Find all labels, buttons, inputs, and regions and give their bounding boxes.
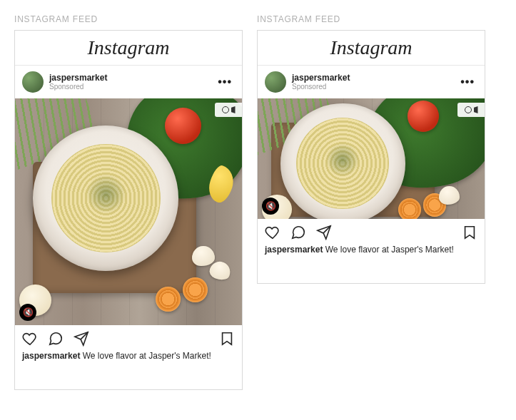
instagram-card: Instagram jaspersmarket Sponsored •••	[257, 30, 485, 284]
action-bar	[258, 219, 485, 243]
section-label: INSTAGRAM FEED	[257, 14, 485, 24]
avatar[interactable]	[22, 71, 44, 93]
caption-text: We love flavor at Jasper's Market!	[325, 245, 454, 255]
caption-text: We love flavor at Jasper's Market!	[83, 351, 211, 361]
save-icon[interactable]	[462, 225, 477, 240]
comment-icon[interactable]	[48, 331, 64, 347]
like-icon[interactable]	[265, 225, 280, 240]
instagram-card: Instagram jaspersmarket Sponsored •••	[14, 30, 243, 390]
mute-icon[interactable]: 🔇	[262, 198, 279, 215]
section-label: INSTAGRAM FEED	[14, 14, 243, 24]
caption: jaspersmarket We love flavor at Jasper's…	[15, 349, 242, 389]
more-options-icon[interactable]: •••	[457, 76, 477, 88]
sponsored-label: Sponsored	[292, 83, 452, 91]
comment-icon[interactable]	[290, 225, 306, 240]
mute-icon[interactable]: 🔇	[19, 304, 36, 321]
profile-row: jaspersmarket Sponsored •••	[15, 66, 242, 98]
like-icon[interactable]	[22, 331, 38, 347]
more-options-icon[interactable]: •••	[215, 76, 235, 88]
username[interactable]: jaspersmarket	[49, 73, 209, 83]
feed-preview-square: INSTAGRAM FEED Instagram jaspersmarket S…	[14, 14, 243, 390]
username[interactable]: jaspersmarket	[292, 73, 452, 83]
feed-preview-wide: INSTAGRAM FEED Instagram jaspersmarket S…	[257, 14, 485, 284]
instagram-header: Instagram	[15, 31, 242, 66]
sponsored-label: Sponsored	[49, 83, 209, 91]
save-icon[interactable]	[219, 331, 235, 347]
caption-username[interactable]: jaspersmarket	[265, 245, 323, 255]
share-icon[interactable]	[316, 225, 332, 240]
instagram-logo: Instagram	[330, 36, 412, 58]
instagram-header: Instagram	[258, 31, 485, 66]
video-indicator-icon	[457, 103, 485, 117]
action-bar	[15, 325, 242, 349]
post-media[interactable]: 🔇	[15, 98, 242, 325]
caption: jaspersmarket We love flavor at Jasper's…	[258, 243, 485, 283]
instagram-logo: Instagram	[87, 36, 169, 58]
avatar[interactable]	[265, 71, 286, 93]
share-icon[interactable]	[74, 331, 89, 347]
caption-username[interactable]: jaspersmarket	[22, 351, 80, 361]
post-media[interactable]: 🔇	[258, 98, 485, 219]
video-indicator-icon	[215, 103, 242, 117]
profile-row: jaspersmarket Sponsored •••	[258, 66, 485, 98]
